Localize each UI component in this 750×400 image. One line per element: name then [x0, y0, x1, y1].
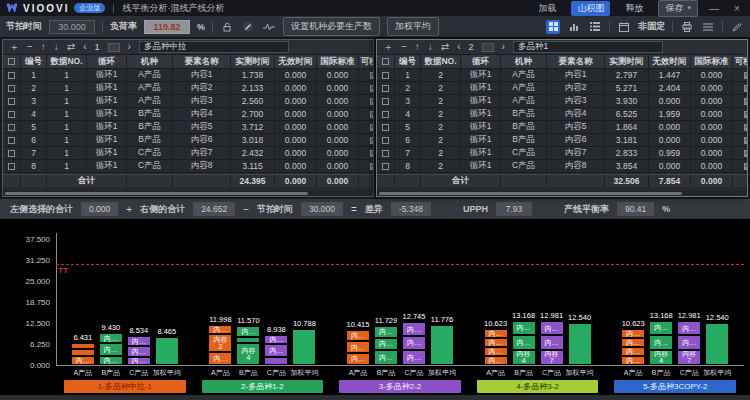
movable-checkbox[interactable]: ✓ — [359, 108, 373, 120]
table-row[interactable]: 71循环1C产品内容72.4320.0000.000✓有 — [3, 147, 373, 160]
select-all-checkbox[interactable] — [377, 55, 395, 68]
table-row[interactable]: 22循环1A产品内容25.2712.4040.000✓有 — [377, 82, 747, 95]
movable-checkbox[interactable]: ✓ — [359, 95, 373, 107]
scrollbar-thumb[interactable] — [5, 192, 308, 195]
table-row[interactable]: 52循环1B产品内容51.8640.0000.000✓未 — [377, 121, 747, 134]
movable-checkbox[interactable]: ✓ — [359, 147, 373, 159]
row-checkbox[interactable] — [3, 147, 21, 159]
waveform-icon[interactable] — [262, 20, 276, 34]
movable-checkbox[interactable]: ✓ — [359, 82, 373, 94]
select-all-checkbox[interactable] — [3, 55, 21, 68]
col-header[interactable]: 实测时间 — [231, 55, 275, 68]
row-checkbox[interactable] — [3, 134, 21, 146]
move-up-icon[interactable]: ↑ — [415, 42, 420, 52]
menu-icon[interactable] — [701, 20, 715, 34]
move-up-icon[interactable]: ↑ — [41, 42, 46, 52]
row-checkbox[interactable] — [377, 82, 395, 94]
row-checkbox[interactable] — [3, 108, 21, 120]
movable-checkbox[interactable]: ✓ — [733, 134, 747, 146]
save-dropdown[interactable]: 保存 ▾ — [658, 0, 698, 17]
release-button[interactable]: 释放 — [619, 1, 649, 16]
calendar-icon[interactable] — [617, 20, 631, 34]
row-checkbox[interactable] — [377, 95, 395, 107]
row-checkbox[interactable] — [377, 121, 395, 133]
row-checkbox[interactable] — [377, 134, 395, 146]
lock-icon[interactable] — [220, 20, 234, 34]
movable-checkbox[interactable]: ✓ — [359, 69, 373, 81]
col-header[interactable]: 可移动 — [359, 55, 374, 68]
row-checkbox[interactable] — [3, 160, 21, 172]
table-row[interactable]: 72循环1C产品内容72.8330.9590.000✓有 — [377, 147, 747, 160]
next-page-icon[interactable]: › — [502, 42, 505, 52]
view-chart-icon[interactable] — [567, 20, 581, 34]
view-grid-icon[interactable] — [546, 20, 560, 34]
horizontal-scrollbar[interactable] — [377, 191, 747, 196]
stack-chart-button[interactable]: 山积图 — [571, 1, 610, 16]
movable-checkbox[interactable]: ✓ — [733, 121, 747, 133]
prev-page-icon[interactable]: ‹ — [83, 42, 86, 52]
row-checkbox[interactable] — [3, 82, 21, 94]
printer-icon[interactable] — [680, 20, 694, 34]
row-checkbox[interactable] — [377, 108, 395, 120]
table-row[interactable]: 61循环1B产品内容63.0180.0000.000✓有 — [3, 134, 373, 147]
swap-icon[interactable]: ⇄ — [67, 42, 75, 52]
movable-checkbox[interactable]: ✓ — [359, 134, 373, 146]
page-box[interactable] — [108, 43, 120, 52]
dataset-name-input[interactable] — [513, 41, 663, 53]
col-header[interactable]: 机种 — [127, 55, 173, 68]
table-row[interactable]: 12循环1A产品内容12.7971.4470.000✓有 — [377, 69, 747, 82]
col-header[interactable]: 编号 — [395, 55, 421, 68]
col-header[interactable]: 要素名称 — [547, 55, 605, 68]
col-header[interactable]: 实测时间 — [605, 55, 649, 68]
fixed-mode-label[interactable]: 非固定 — [638, 20, 665, 33]
row-checkbox[interactable] — [3, 121, 21, 133]
weighted-average-button[interactable]: 加权平均 — [387, 17, 439, 36]
move-down-icon[interactable]: ↓ — [54, 42, 59, 52]
move-down-icon[interactable]: ↓ — [428, 42, 433, 52]
row-checkbox[interactable] — [377, 147, 395, 159]
movable-checkbox[interactable]: ✓ — [733, 160, 747, 172]
table-row[interactable]: 32循环1A产品内容33.9300.0000.000✓附 — [377, 95, 747, 108]
movable-checkbox[interactable]: ✓ — [359, 121, 373, 133]
movable-checkbox[interactable]: ✓ — [359, 160, 373, 172]
next-page-icon[interactable]: › — [128, 42, 131, 52]
col-header[interactable]: 编号 — [21, 55, 47, 68]
col-header[interactable]: 要素名称 — [173, 55, 231, 68]
col-header[interactable]: 国际标准 — [691, 55, 733, 68]
remove-row-icon[interactable]: − — [27, 42, 33, 52]
table-row[interactable]: 82循环1C产品内容83.8540.0000.000✓附 — [377, 160, 747, 173]
table-row[interactable]: 21循环1A产品内容22.1330.0000.000✓附 — [3, 82, 373, 95]
col-header[interactable]: 无效时间 — [275, 55, 317, 68]
row-checkbox[interactable] — [377, 69, 395, 81]
col-header[interactable]: 循环 — [461, 55, 501, 68]
movable-checkbox[interactable]: ✓ — [733, 108, 747, 120]
col-header[interactable]: 数据NO. — [421, 55, 461, 68]
view-list-icon[interactable] — [588, 20, 602, 34]
table-row[interactable]: 51循环1B产品内容53.7120.0000.000✓有 — [3, 121, 373, 134]
col-header[interactable]: 机种 — [501, 55, 547, 68]
brush-icon[interactable] — [730, 20, 744, 34]
table-row[interactable]: 81循环1C产品内容83.1150.0000.000✓有 — [3, 160, 373, 173]
takt-time-input[interactable]: 30.000 — [49, 20, 95, 34]
prev-page-icon[interactable]: ‹ — [457, 42, 460, 52]
horizontal-scrollbar[interactable] — [3, 191, 373, 196]
table-row[interactable]: 31循环1A产品内容32.5600.0000.000✓有 — [3, 95, 373, 108]
page-box[interactable] — [482, 43, 494, 52]
load-button[interactable]: 加载 — [532, 1, 562, 16]
add-row-icon[interactable]: ＋ — [9, 42, 19, 52]
movable-checkbox[interactable]: ✓ — [733, 82, 747, 94]
table-row[interactable]: 11循环1A产品内容11.7380.0000.000✓老 — [3, 69, 373, 82]
col-header[interactable]: 可移动 — [733, 55, 748, 68]
table-row[interactable]: 41循环1B产品内容42.7000.0000.000✓有 — [3, 108, 373, 121]
close-button[interactable]: × — [730, 3, 744, 14]
swap-icon[interactable]: ⇄ — [441, 42, 449, 52]
col-header[interactable]: 数据NO. — [47, 55, 87, 68]
col-header[interactable]: 循环 — [87, 55, 127, 68]
row-checkbox[interactable] — [3, 95, 21, 107]
set-required-production-button[interactable]: 设置机种必要生产数 — [283, 17, 380, 36]
add-row-icon[interactable]: ＋ — [383, 42, 393, 52]
row-checkbox[interactable] — [3, 69, 21, 81]
table-row[interactable]: 62循环1B产品内容63.1810.0000.000✓有 — [377, 134, 747, 147]
dataset-name-input[interactable] — [139, 41, 289, 53]
col-header[interactable]: 无效时间 — [649, 55, 691, 68]
